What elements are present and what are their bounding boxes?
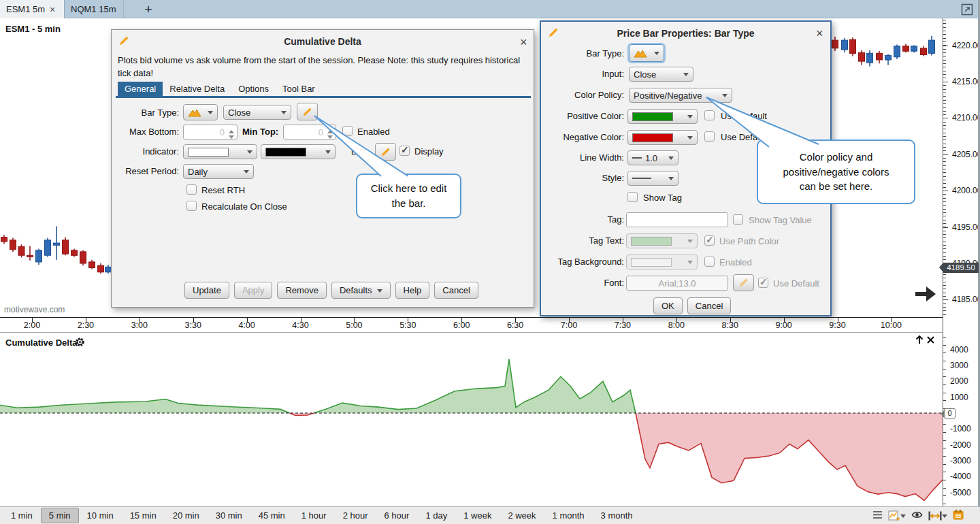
ok-button[interactable]: OK [653, 297, 683, 314]
time-label: 2:30 [78, 321, 94, 330]
interval-button[interactable]: 2 week [500, 508, 544, 523]
tab-close-icon[interactable]: × [50, 5, 55, 14]
price-tick-major [943, 82, 948, 82]
price-tick [943, 103, 946, 104]
apply-button[interactable]: Apply [234, 282, 273, 299]
color-policy-dropdown[interactable]: Positive/Negative [629, 88, 732, 103]
interval-button[interactable]: 1 month [544, 508, 593, 523]
scroll-to-latest-icon[interactable] [913, 284, 938, 307]
bar-spacing-icon[interactable] [928, 511, 947, 521]
interval-button[interactable]: 45 min [250, 508, 293, 523]
tag-input[interactable] [626, 212, 728, 227]
price-tick [943, 60, 946, 61]
time-label: 4:30 [292, 321, 308, 330]
new-tab-button[interactable]: + [140, 0, 157, 18]
min-top-spinner[interactable]: 0 [283, 125, 336, 140]
cancel-button[interactable]: Cancel [434, 282, 478, 299]
bar-type-icon-dropdown[interactable] [183, 104, 218, 120]
interval-button[interactable]: 10 min [79, 508, 122, 523]
interval-button[interactable]: 2 hour [335, 508, 376, 523]
delta-tick [943, 480, 946, 480]
font-label: Font: [541, 278, 624, 288]
remove-button[interactable]: Remove [277, 282, 326, 299]
delta-axis[interactable]: 4000300020001000-1000-2000-3000-4000-500… [943, 333, 978, 506]
show-tag-checkbox[interactable] [627, 192, 638, 202]
show-tag-value-checkbox[interactable] [733, 214, 743, 225]
close-icon[interactable]: × [520, 36, 527, 48]
time-label: 8:00 [668, 321, 685, 330]
interval-button[interactable]: 1 day [417, 508, 455, 523]
add-study-icon[interactable] [888, 510, 906, 521]
positive-use-default-checkbox[interactable] [704, 110, 715, 120]
recalculate-checkbox[interactable] [186, 201, 197, 211]
negative-color-dropdown[interactable] [627, 130, 698, 145]
close-panel-icon[interactable] [926, 335, 935, 347]
move-panel-up-icon[interactable] [915, 335, 924, 347]
display-checkbox[interactable] [399, 146, 410, 156]
input-dropdown[interactable]: Close [629, 67, 693, 82]
negative-color-swatch [632, 133, 673, 142]
positive-color-dropdown[interactable] [627, 109, 698, 124]
dialog-tab-general[interactable]: General [118, 82, 163, 96]
font-field[interactable]: Arial;13.0 [626, 276, 728, 291]
pencil-icon [738, 278, 749, 288]
tag-background-dropdown[interactable] [626, 255, 698, 269]
show-tag-label: Show Tag [643, 193, 682, 203]
interval-button[interactable]: 1 hour [293, 508, 335, 523]
tab-esm1-5m[interactable]: ESM1 5m × [0, 0, 65, 18]
line-width-dropdown[interactable]: 1.0 [627, 150, 679, 165]
calendar-icon[interactable] [953, 509, 964, 523]
tag-bg-enabled-checkbox[interactable] [704, 257, 715, 267]
bar-type-input-dropdown[interactable]: Close [223, 105, 291, 120]
defaults-button[interactable]: Defaults [331, 282, 391, 299]
price-tick [943, 274, 946, 275]
reset-period-dropdown[interactable]: Daily [183, 164, 254, 179]
menu-icon[interactable] [872, 510, 883, 522]
edit-line-button[interactable] [375, 143, 396, 161]
dialog-tab-relative-delta[interactable]: Relative Delta [163, 82, 231, 96]
close-icon[interactable]: × [816, 27, 823, 39]
price-tick [943, 198, 946, 199]
reset-rth-checkbox[interactable] [186, 184, 197, 195]
interval-button[interactable]: 1 week [455, 508, 500, 523]
enabled-checkbox[interactable] [342, 126, 353, 136]
interval-button[interactable]: 20 min [165, 508, 208, 523]
max-bottom-spinner[interactable]: 0 [183, 125, 238, 140]
interval-button[interactable]: 15 min [122, 508, 165, 523]
use-path-color-checkbox[interactable] [704, 235, 715, 246]
price-tick [943, 252, 946, 253]
indicator-text-color-dropdown[interactable] [183, 144, 257, 159]
help-button[interactable]: Help [395, 282, 430, 299]
price-axis[interactable]: 4220.004215.004210.004205.004200.004195.… [943, 18, 978, 333]
callout-color-policy: Color policy and positive/negative color… [757, 140, 915, 204]
price-tick [943, 314, 946, 315]
edit-font-button[interactable] [733, 274, 754, 291]
gear-icon[interactable] [75, 337, 85, 350]
tag-text-swatch [631, 237, 672, 246]
cancel-button[interactable]: Cancel [687, 297, 731, 314]
tab-nqm1-15m[interactable]: NQM1 15m [65, 0, 124, 18]
tag-text-color-dropdown[interactable] [626, 233, 698, 248]
interval-button[interactable]: 1 min [3, 508, 41, 523]
interval-button[interactable]: 5 min [41, 508, 79, 523]
min-top-label: Min Top: [242, 127, 278, 137]
delta-label: 2000 [950, 376, 968, 386]
price-tick [943, 201, 946, 202]
dialog-tab-options[interactable]: Options [231, 82, 276, 96]
negative-use-default-checkbox[interactable] [704, 131, 715, 142]
update-button[interactable]: Update [184, 282, 229, 299]
interval-button[interactable]: 6 hour [376, 508, 418, 523]
interval-button[interactable]: 30 min [208, 508, 250, 523]
bar-type-icon-dropdown[interactable] [629, 44, 664, 62]
indicator-label: Indicator: [112, 146, 179, 157]
dialog-tab-tool-bar[interactable]: Tool Bar [276, 82, 322, 96]
cumulative-delta-pane[interactable]: Cumulative Delta [0, 333, 943, 506]
interval-button[interactable]: 3 month [593, 508, 641, 523]
edit-bar-button[interactable] [297, 103, 318, 120]
visibility-icon[interactable] [911, 510, 923, 522]
indicator-fill-color-dropdown[interactable] [261, 144, 336, 159]
time-axis[interactable]: 2:002:303:003:304:004:305:005:306:006:30… [0, 317, 943, 333]
expand-window-icon[interactable] [961, 3, 975, 16]
font-use-default-checkbox[interactable] [758, 278, 768, 288]
line-style-dropdown[interactable] [627, 171, 679, 186]
